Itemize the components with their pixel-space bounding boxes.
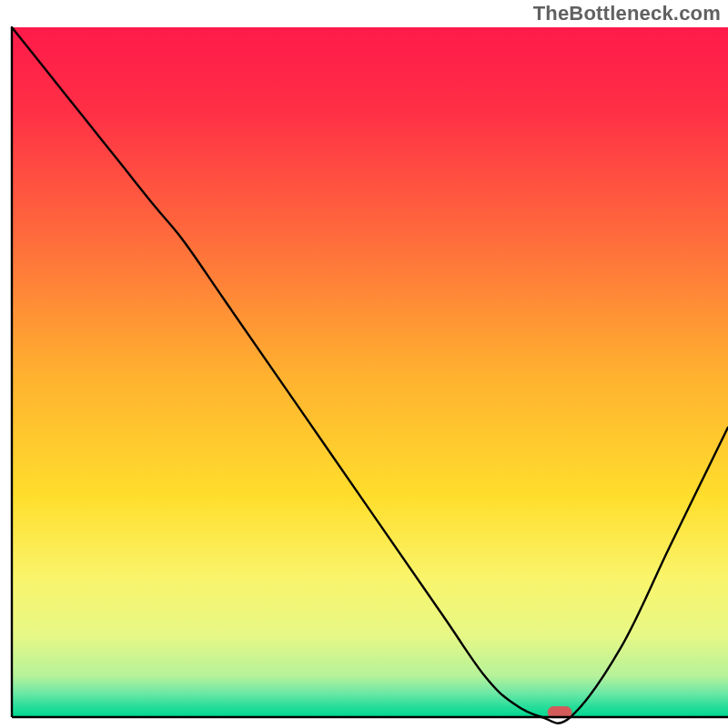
chart-container: TheBottleneck.com (0, 0, 728, 728)
plot-background (12, 27, 728, 717)
bottleneck-chart (0, 0, 728, 728)
